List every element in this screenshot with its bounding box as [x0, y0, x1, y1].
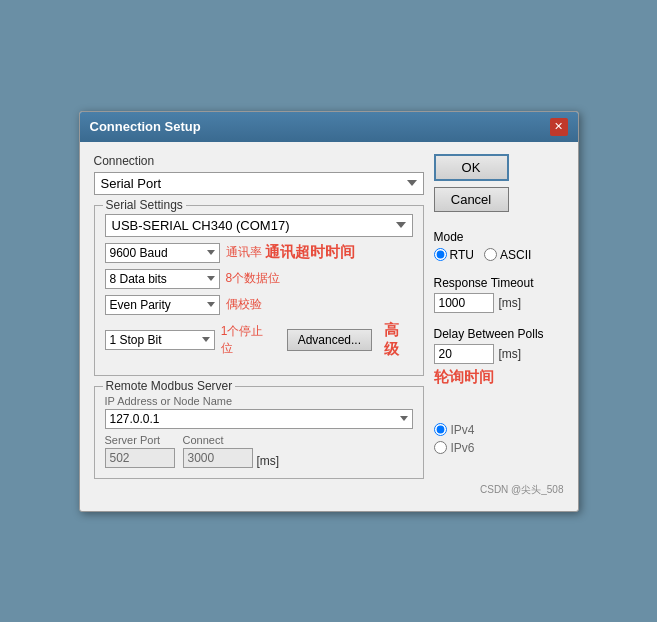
- baud-row: 9600 Baud 19200 Baud 38400 Baud 通讯率: [105, 243, 413, 263]
- ipv4-radio[interactable]: [434, 423, 447, 436]
- timeout-annotation: 通讯超时时间: [265, 243, 355, 262]
- server-port-section: Server Port: [105, 434, 175, 468]
- watermark: CSDN @尖头_508: [94, 483, 564, 497]
- connection-setup-dialog: Connection Setup ✕ Connection Serial Por…: [79, 111, 579, 512]
- dialog-content: Connection Serial Port TCP/IP Serial Set…: [80, 142, 578, 511]
- response-timeout-section: Response Timeout [ms]: [434, 276, 564, 313]
- right-panel: OK Cancel Mode RTU ASCII: [434, 154, 564, 479]
- remote-modbus-label: Remote Modbus Server: [103, 379, 236, 393]
- connection-section: Connection Serial Port TCP/IP: [94, 154, 424, 195]
- databits-select[interactable]: 8 Data bits 7 Data bits: [105, 269, 220, 289]
- top-row: Connection Serial Port TCP/IP Serial Set…: [94, 154, 564, 479]
- databits-annotation: 8个数据位: [226, 270, 281, 287]
- ip-label: IP Address or Node Name: [105, 395, 413, 407]
- connection-select[interactable]: Serial Port TCP/IP: [94, 172, 424, 195]
- baud-select[interactable]: 9600 Baud 19200 Baud 38400 Baud: [105, 243, 220, 263]
- title-bar: Connection Setup ✕: [80, 112, 578, 142]
- stopbits-row: 1 Stop Bit 2 Stop Bits 1个停止位 Advanced...…: [105, 321, 413, 359]
- connect-label: Connect: [183, 434, 253, 446]
- port-row: USB-SERIAL CH340 (COM17): [105, 214, 413, 237]
- advanced-annotation: 高级: [384, 321, 412, 359]
- left-panel: Connection Serial Port TCP/IP Serial Set…: [94, 154, 424, 479]
- response-timeout-unit: [ms]: [499, 296, 522, 310]
- baud-annotation: 通讯率: [226, 244, 262, 261]
- ipv4-text: IPv4: [451, 423, 475, 437]
- rtu-label: RTU: [450, 248, 474, 262]
- delay-polls-input[interactable]: [434, 344, 494, 364]
- dialog-title: Connection Setup: [90, 119, 201, 134]
- ipv6-text: IPv6: [451, 441, 475, 455]
- cancel-button[interactable]: Cancel: [434, 187, 509, 212]
- remote-modbus-group: Remote Modbus Server IP Address or Node …: [94, 386, 424, 479]
- mode-radio-row: RTU ASCII: [434, 248, 564, 262]
- advanced-button[interactable]: Advanced...: [287, 329, 372, 351]
- ascii-label: ASCII: [500, 248, 531, 262]
- parity-annotation: 偶校验: [226, 296, 262, 313]
- ipv4-label[interactable]: IPv4: [434, 423, 564, 437]
- server-port-input[interactable]: [105, 448, 175, 468]
- serial-settings-label: Serial Settings: [103, 198, 186, 212]
- ascii-radio[interactable]: [484, 248, 497, 261]
- port-select[interactable]: USB-SERIAL CH340 (COM17): [105, 214, 413, 237]
- connect-value-section: Connect: [183, 434, 253, 468]
- ipv6-radio[interactable]: [434, 441, 447, 454]
- mode-label: Mode: [434, 230, 564, 244]
- connect-unit: [ms]: [257, 454, 280, 468]
- ip-row: IP Address or Node Name 127.0.0.1: [105, 395, 413, 429]
- ok-button[interactable]: OK: [434, 154, 509, 181]
- parity-row: Even Parity None Odd Parity 偶校验: [105, 295, 413, 315]
- delay-polls-row: [ms]: [434, 344, 564, 364]
- parity-select[interactable]: Even Parity None Odd Parity: [105, 295, 220, 315]
- rtu-radio[interactable]: [434, 248, 447, 261]
- delay-polls-unit: [ms]: [499, 347, 522, 361]
- mode-section: Mode RTU ASCII: [434, 230, 564, 262]
- ip-select[interactable]: 127.0.0.1: [105, 409, 413, 429]
- databits-row: 8 Data bits 7 Data bits 8个数据位: [105, 269, 413, 289]
- stopbits-annotation: 1个停止位: [221, 323, 273, 357]
- poll-annotation-row: 轮询时间: [434, 368, 564, 387]
- ipv6-label[interactable]: IPv6: [434, 441, 564, 455]
- rtu-radio-label[interactable]: RTU: [434, 248, 474, 262]
- connect-input[interactable]: [183, 448, 253, 468]
- delay-polls-section: Delay Between Polls [ms] 轮询时间: [434, 327, 564, 387]
- response-timeout-row: [ms]: [434, 293, 564, 313]
- close-button[interactable]: ✕: [550, 118, 568, 136]
- ip-version-section: IPv4 IPv6: [434, 423, 564, 455]
- delay-polls-label: Delay Between Polls: [434, 327, 564, 341]
- connection-label: Connection: [94, 154, 424, 168]
- poll-annotation: 轮询时间: [434, 368, 494, 385]
- connect-section: Connect [ms]: [183, 434, 280, 468]
- server-port-label: Server Port: [105, 434, 175, 446]
- serial-settings-group: Serial Settings USB-SERIAL CH340 (COM17)…: [94, 205, 424, 376]
- baud-row-container: 9600 Baud 19200 Baud 38400 Baud 通讯率 通讯超时…: [105, 243, 413, 263]
- response-timeout-label: Response Timeout: [434, 276, 564, 290]
- response-timeout-input[interactable]: [434, 293, 494, 313]
- port-connect-row: Server Port Connect [ms]: [105, 434, 413, 468]
- stopbits-select[interactable]: 1 Stop Bit 2 Stop Bits: [105, 330, 215, 350]
- ascii-radio-label[interactable]: ASCII: [484, 248, 531, 262]
